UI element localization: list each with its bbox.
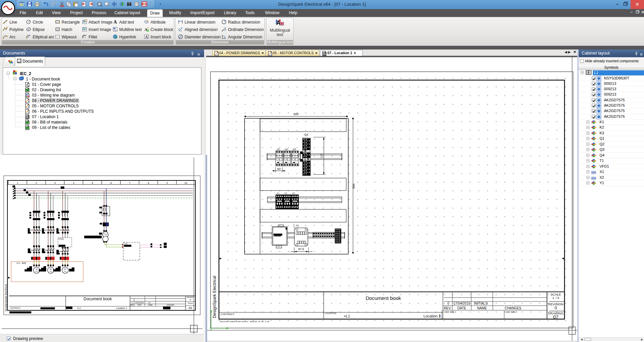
svg-text:A: A	[114, 20, 117, 25]
svg-text:800: 800	[352, 183, 355, 189]
svg-text:User data 2: User data 2	[506, 311, 517, 313]
svg-text:-Q1: -Q1	[276, 148, 280, 151]
svg-text:87,5: 87,5	[298, 247, 304, 251]
svg-text:DATE: DATE	[137, 304, 141, 306]
svg-text:04/01/2015: 04/01/2015	[135, 302, 143, 304]
svg-text:600: 600	[293, 112, 298, 116]
svg-text:4: 4	[73, 181, 74, 184]
svg-text:17/04/2015: 17/04/2015	[453, 302, 470, 305]
svg-text:NAME: NAME	[477, 306, 487, 310]
svg-text:+L1: +L1	[77, 307, 81, 309]
svg-text:PVFD1: PVFD1	[59, 238, 64, 240]
svg-text:M: M	[64, 268, 66, 270]
svg-text:225: 225	[320, 153, 323, 158]
svg-text:A: A	[145, 35, 148, 39]
svg-text:SCALE: SCALE	[550, 293, 561, 296]
svg-text:SCALE: SCALE	[188, 303, 193, 304]
svg-text:ani: ani	[148, 302, 151, 304]
svg-text:Location 1: Location 1	[116, 307, 127, 309]
svg-text:M: M	[50, 268, 52, 270]
svg-text:-Q4: -Q4	[303, 133, 308, 136]
svg-text:-K1: -K1	[276, 192, 280, 194]
svg-text:3: 3	[54, 181, 56, 184]
svg-text:DATE: DATE	[457, 306, 466, 310]
svg-text:-K3: -K3	[292, 192, 295, 194]
svg-text:9: 9	[166, 181, 168, 184]
svg-text:2: 2	[35, 181, 37, 184]
svg-text:NAME: NAME	[148, 304, 152, 306]
svg-text:A: A	[276, 20, 281, 26]
svg-text:+L2 - field: +L2 - field	[16, 262, 26, 264]
svg-text:REVISION: REVISION	[187, 297, 194, 298]
svg-text:0: 0	[132, 302, 133, 304]
svg-text:04: 04	[189, 306, 192, 310]
svg-text:07: 07	[553, 314, 558, 320]
svg-text:0: 0	[447, 302, 449, 305]
svg-text:-T1: -T1	[295, 224, 299, 227]
svg-text:10: 10	[184, 181, 187, 184]
svg-text:LOCATION:: LOCATION:	[325, 312, 337, 314]
svg-text:Document realised with version: Document realised with version : 2005.ah…	[220, 320, 269, 322]
svg-text:CONTRACT:: CONTRACT:	[220, 313, 235, 316]
svg-text:INITIALS: INITIALS	[474, 302, 488, 305]
svg-text:1: 1	[17, 181, 18, 184]
svg-text:Location 1: Location 1	[423, 314, 441, 318]
svg-text:REV.: REV.	[130, 304, 134, 306]
svg-text:6: 6	[110, 181, 111, 184]
svg-text:0: 0	[554, 305, 557, 310]
svg-text:Document book: Document book	[84, 297, 112, 301]
svg-text:CONTRACT:: CONTRACT:	[10, 307, 21, 309]
svg-text:CHANGES: CHANGES	[167, 304, 174, 306]
svg-text:-K2: -K2	[284, 192, 287, 194]
svg-text:50: 50	[277, 167, 281, 171]
svg-text:REV.: REV.	[444, 306, 451, 310]
svg-text:-Q2: -Q2	[284, 148, 288, 151]
svg-text:Y1A: Y1A	[124, 243, 128, 245]
svg-text:-Q3: -Q3	[292, 148, 296, 151]
svg-text:User data 1: User data 1	[445, 311, 456, 313]
svg-text:CHANGES: CHANGES	[505, 306, 521, 310]
svg-text:5: 5	[92, 181, 93, 184]
svg-text:1: 1	[439, 314, 441, 318]
svg-text:Document book: Document book	[365, 295, 401, 301]
svg-text:1 / 5: 1 / 5	[552, 296, 559, 300]
svg-text:DesignSpark Electrical: DesignSpark Electrical	[212, 276, 217, 318]
svg-text:0: 0	[190, 299, 191, 301]
svg-text:8: 8	[148, 181, 149, 184]
svg-text:M: M	[36, 268, 38, 270]
svg-text:DesignSpark Electrical: DesignSpark Electrical	[4, 284, 7, 311]
svg-text:+L1: +L1	[344, 314, 350, 318]
svg-text:7: 7	[129, 181, 130, 184]
